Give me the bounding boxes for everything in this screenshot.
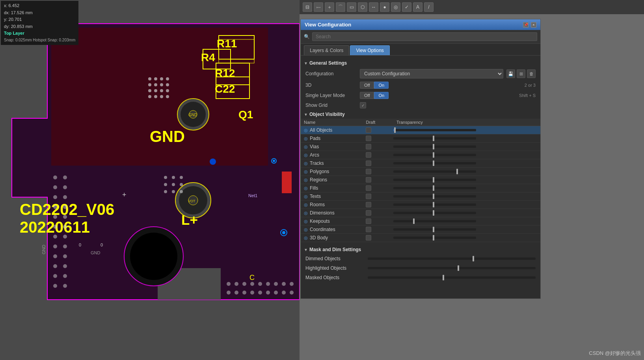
- transparency-track-4[interactable]: [393, 162, 476, 164]
- visibility-icon-3[interactable]: ◎: [304, 153, 308, 158]
- panel-pin-btn[interactable]: 📌: [523, 22, 529, 28]
- visibility-icon-6[interactable]: ◎: [304, 177, 308, 183]
- transparency-handle-10[interactable]: [433, 210, 434, 216]
- 3d-on-btn[interactable]: On: [374, 82, 389, 89]
- configuration-select[interactable]: Custom Configuration Default Classic: [360, 69, 503, 78]
- panel-content[interactable]: ▼ General Settings Configuration Custom …: [301, 56, 540, 298]
- table-row[interactable]: ◎ Vias: [301, 143, 540, 151]
- slm-on-btn[interactable]: On: [374, 92, 389, 99]
- transparency-track-9[interactable]: [393, 203, 476, 206]
- visibility-icon-2[interactable]: ◎: [304, 144, 308, 149]
- transparency-handle-13[interactable]: [433, 235, 434, 241]
- tab-view-options[interactable]: View Options: [350, 45, 389, 55]
- dim-slider-track-1[interactable]: [368, 267, 536, 269]
- transparency-track-7[interactable]: [393, 187, 476, 189]
- table-row[interactable]: ◎ Regions: [301, 176, 540, 184]
- toolbar-slash-btn[interactable]: /: [424, 2, 434, 12]
- dim-slider-handle-1[interactable]: [458, 265, 459, 271]
- visibility-icon-1[interactable]: ◎: [304, 136, 308, 141]
- draft-checkbox-9[interactable]: [366, 202, 371, 207]
- table-row[interactable]: ◎ Coordinates: [301, 226, 540, 234]
- table-row[interactable]: ◎ Texts: [301, 192, 540, 201]
- draft-checkbox-10[interactable]: [366, 210, 371, 216]
- toolbar-rect-btn[interactable]: ▭: [347, 2, 356, 12]
- 3d-off-btn[interactable]: Off: [360, 82, 374, 89]
- transparency-track-2[interactable]: [393, 145, 476, 148]
- draft-checkbox-13[interactable]: [366, 235, 371, 241]
- toolbar-via-btn[interactable]: ◎: [391, 2, 400, 12]
- slm-off-btn[interactable]: Off: [360, 92, 374, 99]
- transparency-track-8[interactable]: [393, 195, 476, 198]
- transparency-handle-11[interactable]: [413, 218, 415, 224]
- dim-slider-track-0[interactable]: [368, 257, 536, 260]
- table-row[interactable]: ◎ Tracks: [301, 159, 540, 168]
- visibility-icon-12[interactable]: ◎: [304, 227, 308, 232]
- visibility-icon-11[interactable]: ◎: [304, 219, 308, 224]
- transparency-track-11[interactable]: [393, 220, 476, 222]
- transparency-handle-12[interactable]: [433, 227, 434, 232]
- transparency-handle-1[interactable]: [433, 136, 434, 141]
- transparency-handle-0[interactable]: [394, 127, 396, 133]
- draft-checkbox-5[interactable]: [366, 169, 371, 174]
- transparency-track-6[interactable]: [393, 179, 476, 181]
- toolbar-polygon-btn[interactable]: ⬡: [358, 2, 367, 12]
- toolbar-filter-btn[interactable]: ⊟: [303, 2, 312, 12]
- transparency-track-3[interactable]: [393, 154, 476, 156]
- toolbar-point-btn[interactable]: ●: [380, 2, 389, 12]
- draft-checkbox-0[interactable]: [366, 127, 371, 133]
- draft-checkbox-8[interactable]: [366, 194, 371, 199]
- transparency-handle-9[interactable]: [433, 202, 434, 207]
- table-row[interactable]: ◎ Polygons: [301, 168, 540, 176]
- config-delete-btn[interactable]: 🗑: [527, 69, 536, 78]
- toolbar-drc-btn[interactable]: ✓: [402, 2, 411, 12]
- dim-slider-handle-2[interactable]: [443, 275, 444, 280]
- table-row[interactable]: ◎ Keepouts: [301, 217, 540, 226]
- dim-slider-track-2[interactable]: [368, 276, 536, 279]
- transparency-track-1[interactable]: [393, 137, 476, 140]
- search-input[interactable]: [312, 32, 537, 41]
- transparency-handle-2[interactable]: [433, 144, 434, 149]
- table-row[interactable]: ◎ Rooms: [301, 201, 540, 209]
- table-row[interactable]: ◎ Dimensions: [301, 209, 540, 217]
- draft-checkbox-2[interactable]: [366, 144, 371, 149]
- config-copy-btn[interactable]: ⊞: [517, 69, 525, 78]
- toolbar-arc-btn[interactable]: ⌒: [336, 2, 345, 12]
- visibility-icon-7[interactable]: ◎: [304, 186, 308, 191]
- transparency-handle-8[interactable]: [433, 194, 434, 199]
- transparency-track-12[interactable]: [393, 228, 476, 231]
- visibility-icon-5[interactable]: ◎: [304, 169, 308, 174]
- transparency-handle-7[interactable]: [433, 185, 434, 191]
- transparency-track-10[interactable]: [393, 212, 476, 214]
- draft-checkbox-7[interactable]: [366, 185, 371, 191]
- transparency-track-0[interactable]: [393, 129, 476, 131]
- visibility-icon-13[interactable]: ◎: [304, 235, 308, 241]
- table-row[interactable]: ◎ 3D Body: [301, 234, 540, 242]
- draft-checkbox-1[interactable]: [366, 136, 371, 141]
- transparency-handle-4[interactable]: [433, 160, 434, 166]
- draft-checkbox-3[interactable]: [366, 152, 371, 158]
- toolbar-line-btn[interactable]: ＋: [325, 2, 334, 12]
- table-row[interactable]: ◎ Arcs: [301, 151, 540, 159]
- config-save-btn[interactable]: 💾: [506, 69, 515, 78]
- visibility-icon-0[interactable]: ◎: [304, 128, 308, 133]
- table-row[interactable]: ◎ All Objects: [301, 126, 540, 134]
- visibility-icon-8[interactable]: ◎: [304, 194, 308, 199]
- toolbar-text-btn[interactable]: A: [413, 2, 423, 12]
- table-row[interactable]: ◎ Fills: [301, 184, 540, 192]
- draft-checkbox-12[interactable]: [366, 227, 371, 232]
- transparency-track-13[interactable]: [393, 237, 476, 239]
- transparency-handle-3[interactable]: [433, 152, 434, 158]
- toolbar-route-btn[interactable]: ⟝: [314, 2, 323, 12]
- dim-slider-handle-0[interactable]: [473, 256, 474, 261]
- visibility-icon-4[interactable]: ◎: [304, 161, 308, 166]
- visibility-icon-9[interactable]: ◎: [304, 202, 308, 207]
- visibility-icon-10[interactable]: ◎: [304, 211, 308, 216]
- table-row[interactable]: ◎ Pads: [301, 134, 540, 143]
- transparency-handle-5[interactable]: [456, 169, 458, 174]
- toolbar-measure-btn[interactable]: ↔: [369, 2, 378, 12]
- draft-checkbox-11[interactable]: [366, 218, 371, 224]
- draft-checkbox-4[interactable]: [366, 160, 371, 166]
- tab-layers-colors[interactable]: Layers & Colors: [304, 45, 349, 55]
- draft-checkbox-6[interactable]: [366, 177, 371, 183]
- transparency-handle-6[interactable]: [433, 177, 434, 183]
